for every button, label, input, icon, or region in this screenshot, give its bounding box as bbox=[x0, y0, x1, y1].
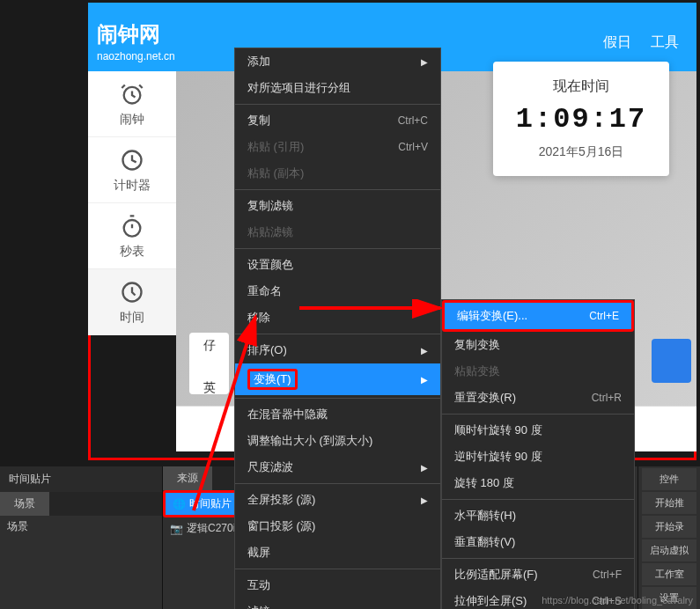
menu-paste-dup[interactable]: 粘贴 (副本) bbox=[235, 160, 440, 187]
menu-separator bbox=[235, 104, 440, 105]
menu-filters[interactable]: 滤镜 bbox=[235, 598, 440, 609]
menu-flip-h[interactable]: 水平翻转(H) bbox=[442, 503, 634, 529]
menu-copy-filters[interactable]: 复制滤镜 bbox=[235, 193, 440, 219]
menu-window-proj[interactable]: 窗口投影 (源) bbox=[235, 513, 440, 539]
controls-panel: 控件 开始推 开始录 启动虚拟 工作室 设置 bbox=[638, 466, 700, 609]
menu-fit-screen[interactable]: 比例适配屏幕(F)Ctrl+F bbox=[442, 561, 634, 588]
clock-widget: 现在时间 1:09:17 2021年5月16日 bbox=[493, 62, 669, 176]
menu-separator bbox=[442, 499, 634, 500]
menu-transform[interactable]: 变换(T)▶ bbox=[235, 363, 440, 395]
clock-icon bbox=[120, 280, 144, 304]
blue-button[interactable] bbox=[652, 339, 691, 383]
tag-card: 仔 英 bbox=[189, 333, 229, 394]
menu-separator bbox=[235, 483, 440, 484]
sidebar-label: 计时器 bbox=[114, 178, 151, 192]
menu-separator bbox=[442, 558, 634, 559]
logo-title: 闹钟网 bbox=[97, 20, 175, 48]
menu-copy[interactable]: 复制Ctrl+C bbox=[235, 107, 440, 134]
ctrl-controls[interactable]: 控件 bbox=[642, 468, 696, 490]
menu-paste-ref[interactable]: 粘贴 (引用)Ctrl+V bbox=[235, 134, 440, 160]
tab-scene[interactable]: 场景 bbox=[0, 492, 49, 516]
tab-row: 场景 bbox=[0, 492, 162, 516]
camera-icon: 📷 bbox=[170, 523, 183, 535]
header-link-holiday[interactable]: 假日 bbox=[603, 34, 631, 49]
sidebar-item-alarm[interactable]: 闹钟 bbox=[88, 71, 176, 137]
header-links: 假日 工具 bbox=[587, 33, 679, 52]
context-menu: 添加▶ 对所选项目进行分组 复制Ctrl+C 粘贴 (引用)Ctrl+V 粘贴 … bbox=[234, 48, 441, 609]
sidebar-label: 时间 bbox=[120, 310, 144, 324]
menu-separator bbox=[442, 414, 634, 415]
menu-hide-mixer[interactable]: 在混音器中隐藏 bbox=[235, 401, 440, 428]
menu-screenshot[interactable]: 截屏 bbox=[235, 539, 440, 566]
clock-title: 现在时间 bbox=[509, 77, 653, 96]
source-label: 逻辑C270i bbox=[187, 521, 235, 536]
timer-icon bbox=[120, 148, 144, 172]
menu-flip-v[interactable]: 垂直翻转(V) bbox=[442, 529, 634, 555]
header-link-tools[interactable]: 工具 bbox=[651, 34, 679, 49]
ctrl-studio[interactable]: 工作室 bbox=[642, 563, 696, 585]
menu-rotate-cw[interactable]: 顺时针旋转 90 度 bbox=[442, 417, 634, 444]
site-logo: 闹钟网 naozhong.net.cn bbox=[97, 20, 175, 62]
ctrl-start-record[interactable]: 开始录 bbox=[642, 516, 696, 538]
watermark: https://blog.csdn.net/boling_cavalry bbox=[542, 595, 693, 605]
menu-resize-output[interactable]: 调整输出大小 (到源大小) bbox=[235, 428, 440, 454]
clock-date: 2021年5月16日 bbox=[509, 144, 653, 160]
panel-title: 时间贴片 bbox=[0, 466, 162, 492]
submenu-arrow-icon: ▶ bbox=[421, 495, 428, 505]
browser-icon: 🌐 bbox=[173, 498, 186, 510]
clock-time: 1:09:17 bbox=[509, 103, 653, 136]
transform-submenu: 编辑变换(E)...Ctrl+E 复制变换 粘贴变换 重置变换(R)Ctrl+R… bbox=[441, 299, 635, 609]
sidebar-item-time[interactable]: 时间 bbox=[88, 269, 176, 335]
scenes-panel: 时间贴片 场景 场景 bbox=[0, 466, 163, 609]
menu-fullscreen-proj[interactable]: 全屏投影 (源)▶ bbox=[235, 487, 440, 513]
menu-separator bbox=[235, 398, 440, 399]
menu-separator bbox=[235, 189, 440, 190]
submenu-arrow-icon: ▶ bbox=[421, 346, 428, 356]
menu-add[interactable]: 添加▶ bbox=[235, 48, 440, 75]
menu-rename[interactable]: 重命名 bbox=[235, 278, 440, 304]
sidebar-item-timer[interactable]: 计时器 bbox=[88, 137, 176, 203]
menu-remove[interactable]: 移除 bbox=[235, 304, 440, 331]
submenu-arrow-icon: ▶ bbox=[421, 375, 428, 385]
menu-copy-transform[interactable]: 复制变换 bbox=[442, 332, 634, 358]
tab-sources[interactable]: 来源 bbox=[163, 466, 212, 490]
menu-interact[interactable]: 互动 bbox=[235, 572, 440, 598]
menu-rotate-180[interactable]: 旋转 180 度 bbox=[442, 470, 634, 496]
ctrl-virtual-cam[interactable]: 启动虚拟 bbox=[642, 539, 696, 561]
source-label: 时间贴片 bbox=[189, 496, 232, 511]
sidebar-item-stopwatch[interactable]: 秒表 bbox=[88, 203, 176, 269]
menu-edit-transform[interactable]: 编辑变换(E)...Ctrl+E bbox=[442, 300, 634, 332]
menu-set-color[interactable]: 设置颜色 bbox=[235, 252, 440, 278]
logo-subtitle: naozhong.net.cn bbox=[97, 50, 175, 62]
tag-top: 仔 bbox=[195, 338, 224, 354]
menu-separator bbox=[235, 334, 440, 334]
tag-bottom: 英 bbox=[195, 380, 224, 396]
scene-item[interactable]: 场景 bbox=[0, 516, 162, 538]
submenu-arrow-icon: ▶ bbox=[421, 463, 428, 473]
alarm-icon bbox=[120, 82, 144, 106]
webpage-sidebar: 闹钟 计时器 秒表 时间 bbox=[88, 71, 176, 335]
sidebar-label: 秒表 bbox=[120, 244, 144, 258]
menu-separator bbox=[235, 248, 440, 249]
ctrl-start-stream[interactable]: 开始推 bbox=[642, 492, 696, 514]
stopwatch-icon bbox=[120, 214, 144, 238]
menu-order[interactable]: 排序(O)▶ bbox=[235, 337, 440, 363]
menu-separator bbox=[235, 569, 440, 569]
sidebar-label: 闹钟 bbox=[120, 112, 144, 126]
menu-group[interactable]: 对所选项目进行分组 bbox=[235, 75, 440, 101]
submenu-arrow-icon: ▶ bbox=[421, 57, 428, 67]
menu-paste-transform[interactable]: 粘贴变换 bbox=[442, 358, 634, 385]
menu-scale-filter[interactable]: 尺度滤波▶ bbox=[235, 454, 440, 481]
menu-reset-transform[interactable]: 重置变换(R)Ctrl+R bbox=[442, 385, 634, 411]
menu-rotate-ccw[interactable]: 逆时针旋转 90 度 bbox=[442, 444, 634, 470]
menu-paste-filters[interactable]: 粘贴滤镜 bbox=[235, 219, 440, 246]
